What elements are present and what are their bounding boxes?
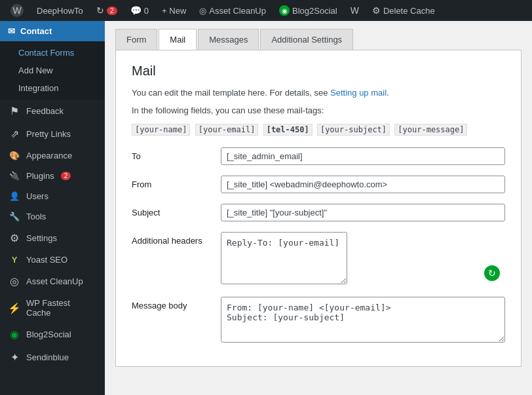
feedback-icon: ⚑ — [8, 105, 21, 117]
sidebar-item-contact-forms[interactable]: Contact Forms — [0, 44, 105, 62]
yoast-icon: Y — [8, 255, 21, 265]
updates-badge: 2 — [107, 7, 117, 15]
sidebar-users-label: Users — [26, 191, 48, 201]
mail-subject-label: Subject — [132, 204, 210, 217]
appearance-icon: 🎨 — [8, 151, 21, 160]
mail-title: Mail — [132, 64, 505, 79]
mail-to-input[interactable] — [221, 147, 505, 165]
tab-mail[interactable]: Mail — [159, 29, 197, 50]
b2s-sidebar-icon: ◉ — [8, 328, 21, 341]
sidebar-item-feedback[interactable]: ⚑ Feedback — [0, 100, 105, 122]
sidebar-item-sendinblue[interactable]: ✦ Sendinblue — [0, 346, 105, 369]
sidebar-item-wpfc[interactable]: ⚡ WP Fastest Cache — [0, 293, 105, 323]
asset-cleanup-sidebar-icon: ◎ — [8, 275, 21, 288]
adminbar-wp-logo[interactable]: W — [5, 0, 29, 21]
mail-message-body-input[interactable] — [221, 297, 505, 343]
sidebar-yoast-label: Yoast SEO — [26, 255, 67, 265]
woo-icon: W — [351, 5, 359, 16]
update-icon: ↻ — [96, 5, 104, 16]
wpfc-icon: ⚡ — [8, 302, 21, 314]
tab-form[interactable]: Form — [115, 29, 157, 50]
mail-additional-headers-input[interactable] — [221, 232, 347, 284]
mail-tags-list: [your-name] [your-email] [tel-450] [your… — [132, 122, 505, 138]
adminbar-site-label: DeepHowTo — [37, 6, 83, 16]
sidebar-item-contact[interactable]: ✉ Contact — [0, 21, 105, 41]
sidebar-item-settings[interactable]: ⚙ Settings — [0, 227, 105, 250]
sidebar-sendinblue-label: Sendinblue — [26, 352, 69, 362]
adminbar-delete-cache[interactable]: ⚙ Delete Cache — [367, 0, 440, 21]
mail-to-label: To — [132, 147, 210, 161]
adminbar-updates[interactable]: ↻ 2 — [91, 0, 123, 21]
asset-cleanup-icon: ◎ — [199, 6, 206, 16]
adminbar-blog2social[interactable]: ◉ Blog2Social — [274, 0, 343, 21]
main-content: Form Mail Messages Additional Settings M… — [105, 21, 532, 395]
sidebar-item-integration[interactable]: Integration — [0, 79, 105, 97]
sidebar: ✉ Contact Contact Forms Add New Integrat… — [0, 21, 105, 395]
mail-from-input[interactable] — [221, 176, 505, 193]
tools-icon: 🔧 — [8, 212, 21, 221]
adminbar-site-name[interactable]: DeepHowTo — [31, 0, 88, 21]
sidebar-item-yoast[interactable]: Y Yoast SEO — [0, 250, 105, 270]
mail-additional-headers-label: Additional headers — [132, 232, 210, 246]
mail-desc-period: . — [387, 88, 389, 98]
sidebar-item-users[interactable]: 👤 Users — [0, 186, 105, 206]
sidebar-item-add-new[interactable]: Add New — [0, 62, 105, 79]
tab-additional-settings[interactable]: Additional Settings — [260, 29, 353, 50]
sidebar-item-blog2social[interactable]: ◉ Blog2Social — [0, 323, 105, 346]
mail-description-line1: You can edit the mail template here. For… — [132, 86, 505, 100]
adminbar-asset-cleanup[interactable]: ◎ Asset CleanUp — [194, 0, 271, 21]
sidebar-settings-label: Settings — [26, 233, 57, 243]
mail-tag-your-subject: [your-subject] — [317, 124, 390, 136]
sidebar-contact-label: Contact — [20, 26, 52, 36]
admin-bar: W DeepHowTo ↻ 2 💬 0 + New ◎ Asset CleanU… — [0, 0, 532, 21]
asset-cleanup-label: Asset CleanUp — [209, 6, 266, 16]
delete-cache-icon: ⚙ — [372, 5, 381, 16]
plugins-update-badge: 2 — [61, 172, 71, 180]
blog2social-icon: ◉ — [279, 5, 290, 16]
sidebar-tools-label: Tools — [26, 212, 46, 221]
comments-icon: 💬 — [130, 5, 142, 16]
comments-count: 0 — [144, 6, 149, 16]
sidebar-contact-submenu: Contact Forms Add New Integration — [0, 41, 105, 100]
users-icon: 👤 — [8, 191, 21, 201]
mail-tag-your-message: [your-message] — [394, 124, 467, 136]
sidebar-feedback-label: Feedback — [26, 106, 64, 116]
tab-messages[interactable]: Messages — [198, 29, 259, 50]
blog2social-label: Blog2Social — [292, 6, 337, 16]
mail-to-row: To — [132, 147, 505, 165]
mail-tag-your-name: [your-name] — [132, 124, 190, 136]
mail-message-body-row: Message body — [132, 297, 505, 343]
adminbar-new[interactable]: + New — [157, 0, 191, 21]
mail-panel: Mail You can edit the mail template here… — [115, 50, 522, 367]
sendinblue-icon: ✦ — [8, 351, 21, 364]
sidebar-b2s-label: Blog2Social — [26, 329, 71, 339]
mail-additional-headers-row: Additional headers ↻ — [132, 232, 505, 286]
cf7-tab-bar: Form Mail Messages Additional Settings — [115, 29, 522, 50]
sidebar-item-plugins[interactable]: 🔌 Plugins 2 — [0, 166, 105, 186]
mail-subject-row: Subject — [132, 204, 505, 221]
adminbar-woocommerce[interactable]: W — [345, 0, 364, 21]
adminbar-comments[interactable]: 💬 0 — [125, 0, 154, 21]
mail-from-row: From — [132, 176, 505, 193]
delete-cache-label: Delete Cache — [383, 6, 435, 16]
sidebar-pretty-links-label: Pretty Links — [26, 129, 71, 139]
sidebar-item-tools[interactable]: 🔧 Tools — [0, 206, 105, 227]
new-label: + New — [162, 6, 186, 16]
setting-up-mail-link[interactable]: Setting up mail — [330, 88, 387, 98]
sidebar-item-pretty-links[interactable]: ⇗ Pretty Links — [0, 122, 105, 145]
pretty-links-icon: ⇗ — [8, 128, 21, 140]
sidebar-item-appearance[interactable]: 🎨 Appearance — [0, 145, 105, 166]
mail-desc-text1: You can edit the mail template here. For… — [132, 88, 328, 98]
sidebar-wpfc-label: WP Fastest Cache — [26, 298, 97, 318]
mail-tag-your-email: [your-email] — [195, 124, 259, 136]
spinner-icon[interactable]: ↻ — [484, 265, 500, 281]
sidebar-plugins-label: Plugins — [26, 171, 54, 181]
plugins-icon: 🔌 — [8, 171, 21, 181]
sidebar-item-asset-cleanup[interactable]: ◎ Asset CleanUp — [0, 270, 105, 293]
mail-additional-headers-wrapper: ↻ — [221, 232, 505, 286]
mail-subject-input[interactable] — [221, 204, 505, 221]
contact-icon: ✉ — [8, 26, 15, 36]
mail-from-label: From — [132, 176, 210, 189]
mail-desc-text2: In the following fields, you can use the… — [132, 105, 324, 115]
mail-tag-tel: [tel-450] — [263, 124, 313, 136]
